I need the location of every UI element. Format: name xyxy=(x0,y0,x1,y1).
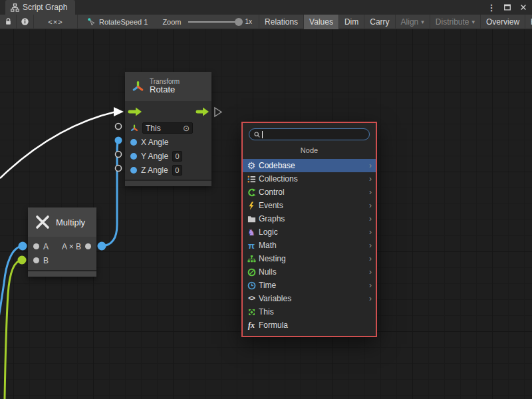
finder-item-label: Time xyxy=(259,281,276,290)
null-icon xyxy=(246,267,257,277)
axis-icon xyxy=(130,124,138,132)
this-port-row: This ⊙ xyxy=(125,121,211,135)
zoom-slider-handle[interactable] xyxy=(235,18,243,26)
z-angle-port[interactable] xyxy=(130,167,137,174)
search-input[interactable] xyxy=(264,130,365,139)
finder-item-logic[interactable]: ♞Logic› xyxy=(243,225,376,239)
finder-item-formula[interactable]: fxFormula xyxy=(243,319,376,332)
multiply-node-footer xyxy=(28,270,96,277)
finder-item-label: Logic xyxy=(259,227,278,237)
toolbar-button-relations[interactable]: Relations xyxy=(259,15,304,29)
close-icon xyxy=(519,3,527,11)
code-view-button[interactable]: <×> xyxy=(34,15,78,29)
nesting-icon xyxy=(246,254,257,263)
search-box[interactable] xyxy=(249,128,370,140)
toolbar-buttons: RelationsValuesDimCarryAlign▾Distribute▾… xyxy=(259,15,532,29)
b-input-port[interactable] xyxy=(33,257,39,263)
multiply-icon xyxy=(35,214,51,230)
search-icon xyxy=(253,131,261,138)
a-input-wire-endpoint xyxy=(19,242,27,251)
graph-canvas[interactable]: Transform Rotate This ⊙ X Angle xyxy=(0,29,532,399)
tab-script-graph[interactable]: Script Graph xyxy=(5,0,75,15)
zoom-slider[interactable] xyxy=(188,21,241,23)
toolbar-button-dim[interactable]: Dim xyxy=(339,15,364,29)
toolbar-button-full-screen[interactable]: Full Screen xyxy=(525,15,532,29)
button-label: Carry xyxy=(370,17,389,27)
formula-icon: fx xyxy=(246,321,257,330)
finder-item-graphs[interactable]: Graphs› xyxy=(243,212,376,225)
finder-item-math[interactable]: πMath› xyxy=(243,239,376,252)
button-label: Values xyxy=(309,17,333,27)
finder-item-variables[interactable]: <>Variables› xyxy=(243,292,376,305)
chevron-right-icon: › xyxy=(369,255,372,263)
code-icon: <×> xyxy=(48,18,63,26)
wire-white-flow xyxy=(0,112,116,178)
chevron-right-icon: › xyxy=(369,268,372,276)
node-transform-rotate[interactable]: Transform Rotate This ⊙ X Angle xyxy=(125,72,211,186)
zoom-label: Zoom xyxy=(162,18,181,26)
script-graph-window: Script Graph ⋮ <×> RotateSpeed 1 Zoom 1x… xyxy=(0,0,532,399)
finder-item-codebase[interactable]: ⚙Codebase› xyxy=(243,159,376,172)
knight-icon: ♞ xyxy=(246,227,257,237)
chevron-right-icon: › xyxy=(369,281,372,289)
button-label: Distribute xyxy=(436,17,469,27)
toolbar-button-align[interactable]: Align▾ xyxy=(396,15,430,29)
lock-button[interactable] xyxy=(0,15,17,29)
branch-icon xyxy=(246,188,257,197)
maximize-icon xyxy=(503,3,511,11)
b-label: B xyxy=(43,256,49,265)
finder-item-nesting[interactable]: Nesting› xyxy=(243,252,376,265)
toolbar-button-distribute[interactable]: Distribute▾ xyxy=(430,15,481,29)
finder-item-control[interactable]: Control› xyxy=(243,186,376,199)
wire-blue-into-a xyxy=(0,246,23,322)
chevron-right-icon: › xyxy=(369,188,372,196)
finder-item-label: Codebase xyxy=(259,161,295,170)
info-button[interactable] xyxy=(17,15,34,29)
graph-breadcrumb[interactable]: RotateSpeed 1 xyxy=(87,17,148,26)
pi-icon: π xyxy=(246,241,257,250)
transform-axis-icon xyxy=(132,80,144,93)
button-label: Align xyxy=(401,17,419,27)
zoom-level: 1x xyxy=(245,18,253,25)
menu-button[interactable]: ⋮ xyxy=(487,3,496,12)
x-angle-port[interactable] xyxy=(130,139,137,146)
tab-bar: Script Graph ⋮ xyxy=(0,0,532,15)
this-object-field[interactable]: This ⊙ xyxy=(142,122,193,134)
finder-item-label: Nulls xyxy=(259,267,277,277)
toolbar-button-carry[interactable]: Carry xyxy=(364,15,395,29)
toolbar-button-overview[interactable]: Overview xyxy=(481,15,525,29)
node-multiply[interactable]: Multiply A A × B B xyxy=(28,207,96,277)
maximize-button[interactable] xyxy=(503,3,512,12)
y-angle-port[interactable] xyxy=(130,153,137,160)
object-picker-icon[interactable]: ⊙ xyxy=(183,124,190,132)
finder-item-nulls[interactable]: Nulls› xyxy=(243,265,376,279)
wire-blue-multiply-to-xangle xyxy=(102,140,119,246)
tab-label: Script Graph xyxy=(23,3,67,12)
z-angle-port-row: Z Angle 0 xyxy=(125,163,211,177)
x-angle-wire-endpoint xyxy=(115,137,122,144)
finder-item-collections[interactable]: Collections› xyxy=(243,172,376,186)
finder-item-label: Variables xyxy=(259,294,291,303)
toolbar-button-values[interactable]: Values xyxy=(304,15,339,29)
z-angle-value-field[interactable]: 0 xyxy=(172,165,182,176)
multiply-node-body: A A × B B xyxy=(28,237,96,270)
z-angle-label: Z Angle xyxy=(141,166,168,175)
fuzzy-finder-popup: Node ⚙Codebase›Collections›Control›Event… xyxy=(241,122,377,337)
chevron-right-icon: › xyxy=(369,162,372,170)
y-angle-value-field[interactable]: 0 xyxy=(172,151,182,162)
rotate-node-header: Transform Rotate xyxy=(125,72,211,101)
lock-icon xyxy=(4,17,13,26)
close-button[interactable] xyxy=(519,3,528,12)
output-port[interactable] xyxy=(85,243,91,249)
finder-item-events[interactable]: Events› xyxy=(243,199,376,212)
finder-item-label: Formula xyxy=(259,321,288,330)
finder-item-time[interactable]: Time› xyxy=(243,279,376,292)
chevron-right-icon: › xyxy=(369,228,372,236)
this-icon xyxy=(246,307,257,317)
flow-row xyxy=(125,104,211,121)
finder-item-this[interactable]: This xyxy=(243,305,376,319)
a-input-port[interactable] xyxy=(33,243,39,249)
rotate-node-footer xyxy=(125,180,211,186)
finder-item-label: Nesting xyxy=(259,254,286,263)
a-label: A xyxy=(43,242,49,251)
